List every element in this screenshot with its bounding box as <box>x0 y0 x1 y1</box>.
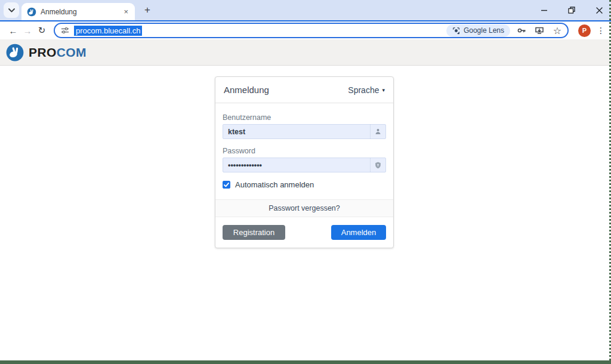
person-icon <box>370 125 385 138</box>
chevron-down-icon <box>8 8 15 13</box>
site-header: PROCOM <box>0 39 611 66</box>
bookmark-star-icon[interactable]: ☆ <box>551 25 564 36</box>
remember-me-row: Automatisch anmelden <box>223 180 386 189</box>
tab-strip: Anmeldung × + <box>0 0 611 20</box>
google-lens-icon <box>452 27 460 35</box>
forward-button[interactable]: → <box>20 26 35 36</box>
new-tab-button[interactable]: + <box>144 4 150 16</box>
password-label: Password <box>223 147 386 155</box>
caret-down-icon: ▾ <box>382 87 385 93</box>
browser-menu-icon[interactable]: ⋮ <box>597 26 605 35</box>
remember-me-checkbox[interactable] <box>223 181 230 189</box>
tune-icon[interactable] <box>61 26 69 35</box>
check-icon <box>224 183 229 187</box>
tab-search-button[interactable] <box>4 2 19 18</box>
google-lens-label: Google Lens <box>464 26 504 35</box>
shield-icon <box>370 158 385 172</box>
back-button[interactable]: ← <box>6 26 20 36</box>
brand-part-pro: PRO <box>29 45 57 59</box>
profile-avatar[interactable]: P <box>578 24 591 37</box>
login-card-header: Anmeldung Sprache ▾ <box>215 77 393 103</box>
tab-anmeldung[interactable]: Anmeldung × <box>21 3 135 20</box>
login-card: Anmeldung Sprache ▾ Benutzername Passwor… <box>215 76 394 248</box>
browser-toolbar: ← → ↻ procom.bluecall.ch Google Lens <box>0 21 611 39</box>
browser-window: Anmeldung × + ← → ↻ <box>0 0 611 364</box>
restore-icon <box>568 7 575 14</box>
reload-button[interactable]: ↻ <box>35 25 49 36</box>
remember-me-label[interactable]: Automatisch anmelden <box>235 180 314 189</box>
username-field-wrap <box>223 124 386 139</box>
minimize-button[interactable] <box>539 5 549 15</box>
tab-close-icon[interactable]: × <box>122 7 129 16</box>
brand-part-com: COM <box>57 45 87 59</box>
address-bar[interactable]: procom.bluecall.ch Google Lens ☆ <box>54 23 569 38</box>
forgot-password-link[interactable]: Passwort vergessen? <box>215 199 393 217</box>
procom-wordmark: PROCOM <box>29 45 87 60</box>
site-favicon <box>27 7 36 17</box>
install-app-icon[interactable] <box>533 26 546 35</box>
login-title: Anmeldung <box>224 85 269 95</box>
language-label: Sprache <box>348 85 379 95</box>
login-button[interactable]: Anmelden <box>331 225 386 240</box>
procom-logo-icon <box>6 44 24 61</box>
language-dropdown[interactable]: Sprache ▾ <box>348 85 385 95</box>
bottom-edge-bar <box>0 360 611 364</box>
username-label: Benutzername <box>223 113 386 122</box>
page-content: Anmeldung Sprache ▾ Benutzername Passwor… <box>0 66 611 360</box>
registration-button[interactable]: Registration <box>223 225 285 240</box>
window-controls <box>539 0 604 20</box>
login-card-body: Benutzername Password <box>215 103 393 199</box>
close-icon <box>596 7 603 14</box>
password-field-wrap <box>223 158 386 172</box>
google-lens-button[interactable]: Google Lens <box>446 24 510 37</box>
login-card-footer: Registration Anmelden <box>215 217 393 248</box>
tab-title: Anmeldung <box>41 8 118 16</box>
minimize-icon <box>541 7 548 14</box>
passwords-key-icon[interactable] <box>515 26 528 35</box>
close-window-button[interactable] <box>594 5 604 15</box>
password-input[interactable] <box>223 158 386 172</box>
restore-button[interactable] <box>567 5 576 15</box>
url-text-selected[interactable]: procom.bluecall.ch <box>74 26 142 36</box>
username-input[interactable] <box>223 124 386 139</box>
